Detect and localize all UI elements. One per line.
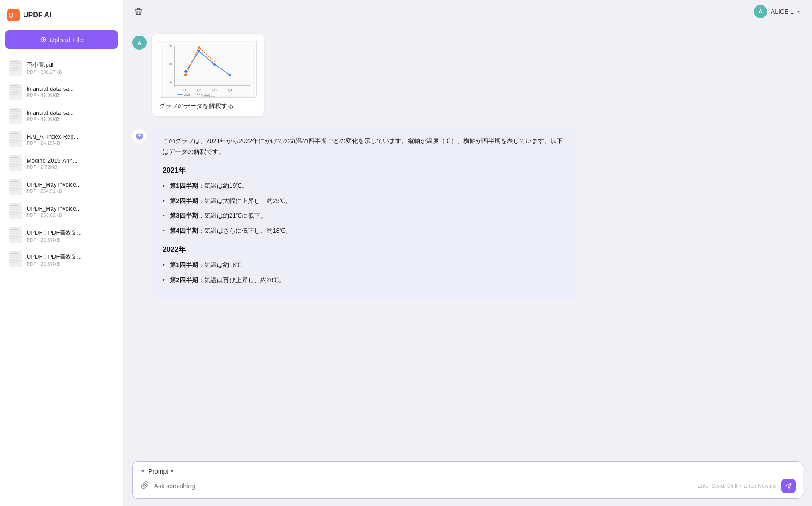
- file-item[interactable]: financial-data-sa... PDF · 46.89KB: [5, 104, 118, 127]
- ai-list-item: 第4四半期：気温はさらに低下し、約18℃。: [163, 226, 568, 236]
- delete-button[interactable]: [132, 5, 145, 18]
- svg-text:U: U: [9, 12, 13, 19]
- chart-svg: Q1 Q2 Q3 Q4 30 20 10 2021 2022: [161, 41, 255, 97]
- svg-rect-52: [10, 229, 18, 230]
- ai-list-item: 第1四半期：気温は約19℃。: [163, 181, 568, 191]
- file-name: UPDF_May invoice...: [27, 181, 81, 188]
- upload-plus-icon: ⊕: [40, 35, 47, 44]
- svg-rect-32: [10, 159, 21, 160]
- file-doc-icon: [9, 155, 22, 171]
- svg-rect-4: [10, 63, 21, 64]
- chat-area: A: [123, 23, 812, 456]
- file-doc-icon: [9, 60, 22, 76]
- svg-rect-51: [9, 227, 22, 243]
- user-message-text: グラフのデータを解釈する: [159, 102, 257, 110]
- svg-text:10: 10: [169, 80, 172, 83]
- file-name: UPDF：PDF高效文...: [27, 253, 82, 261]
- file-doc-icon: [9, 227, 22, 243]
- svg-rect-50: [10, 214, 18, 215]
- svg-point-76: [229, 74, 231, 76]
- svg-rect-47: [10, 209, 21, 210]
- svg-text:2021: 2021: [184, 93, 191, 96]
- svg-rect-8: [10, 70, 18, 71]
- ai-message: このグラフは、2021年から2022年にかけての気温の四半期ごとの変化を示してい…: [132, 127, 803, 299]
- file-info: 斉小萱.pdf PDF · 690.27KB: [27, 61, 62, 75]
- file-meta: PDF · 253.62KB: [27, 212, 81, 218]
- svg-rect-24: [10, 133, 18, 134]
- attach-button[interactable]: [140, 480, 150, 492]
- user-badge[interactable]: A ALICE 1 ▾: [750, 3, 803, 20]
- svg-rect-46: [10, 207, 21, 208]
- file-item[interactable]: UPDF：PDF高效文... PDF · 22.67MB: [5, 224, 118, 247]
- file-info: financial-data-sa... PDF · 46.89KB: [27, 85, 74, 98]
- ask-input[interactable]: [154, 482, 693, 490]
- svg-rect-20: [10, 115, 19, 116]
- svg-rect-31: [10, 157, 18, 158]
- ai-items-list: 第1四半期：気温は約19℃。第2四半期：気温は大幅に上昇し、約25℃。第3四半期…: [163, 181, 568, 236]
- svg-text:Q2: Q2: [197, 88, 201, 92]
- input-area: ✦ Prompt ▾ Enter Send; Shift + Enter New…: [123, 456, 812, 506]
- upload-label: Upload File: [49, 36, 83, 44]
- user-chevron-icon: ▾: [797, 9, 800, 14]
- svg-rect-33: [10, 161, 21, 162]
- svg-point-75: [213, 63, 216, 66]
- input-bottom-row: Enter Send; Shift + Enter Newline: [140, 479, 796, 493]
- file-item[interactable]: UPDF_May invoice... PDF · 253.62KB: [5, 200, 118, 223]
- send-button[interactable]: [781, 479, 796, 493]
- file-doc-icon: [9, 84, 22, 100]
- ai-list-item: 第3四半期：気温は約21℃に低下。: [163, 211, 568, 221]
- input-hint-text: Enter Send; Shift + Enter Newline: [697, 483, 777, 489]
- file-meta: PDF · 2.72MB: [27, 164, 77, 170]
- user-avatar: A: [754, 5, 767, 18]
- app-name: UPDF AI: [23, 11, 51, 19]
- svg-rect-63: [10, 260, 20, 261]
- svg-rect-13: [10, 91, 19, 92]
- ai-year-heading: 2022年: [163, 243, 568, 255]
- svg-text:Q1: Q1: [183, 88, 187, 92]
- svg-rect-40: [10, 185, 21, 186]
- file-item[interactable]: HAI_AI-Index-Rep... PDF · 24.15MB: [5, 128, 118, 151]
- svg-text:Q4: Q4: [228, 88, 232, 92]
- file-meta: PDF · 46.89KB: [27, 116, 74, 122]
- svg-rect-62: [10, 259, 19, 259]
- upload-file-button[interactable]: ⊕ Upload File: [5, 30, 118, 49]
- logo: U UPDF AI: [5, 7, 118, 23]
- file-item[interactable]: 斉小萱.pdf PDF · 690.27KB: [5, 56, 118, 79]
- sidebar: U UPDF AI ⊕ Upload File 斉小萱.pdf PDF · 69…: [0, 0, 123, 506]
- svg-rect-2: [9, 60, 22, 76]
- svg-rect-18: [10, 111, 21, 112]
- file-item[interactable]: financial-data-sa... PDF · 46.89KB: [5, 80, 118, 103]
- ai-list-item: 第2四半期：気温は再び上昇し、約26℃。: [163, 275, 568, 286]
- file-info: UPDF_May invoice... PDF · 254.51KB: [27, 181, 81, 194]
- file-doc-icon: [9, 108, 22, 124]
- file-name: 斉小萱.pdf: [27, 61, 62, 69]
- file-item[interactable]: UPDF_May invoice... PDF · 254.51KB: [5, 176, 118, 199]
- svg-rect-59: [10, 253, 18, 254]
- input-box: ✦ Prompt ▾ Enter Send; Shift + Enter New…: [132, 461, 803, 499]
- svg-rect-53: [10, 231, 21, 232]
- prompt-chevron-icon[interactable]: ▾: [171, 469, 173, 474]
- file-item[interactable]: UPDF：PDF高效文... PDF · 22.67MB: [5, 248, 118, 271]
- svg-text:30: 30: [169, 45, 172, 48]
- ai-list-item: 第1四半期：気温は約18℃。: [163, 260, 568, 271]
- svg-rect-7: [10, 68, 20, 69]
- svg-text:Q3: Q3: [212, 88, 216, 92]
- svg-rect-58: [9, 251, 22, 267]
- svg-rect-26: [10, 137, 21, 138]
- file-doc-icon: [9, 251, 22, 267]
- paperclip-icon: [141, 481, 149, 489]
- sparkle-icon: ✦: [140, 467, 146, 475]
- ai-bubble: このグラフは、2021年から2022年にかけての気温の四半期ごとの変化を示してい…: [152, 127, 578, 299]
- file-meta: PDF · 254.51KB: [27, 188, 81, 194]
- user-name: ALICE 1: [771, 8, 794, 15]
- file-item[interactable]: Modine-2019-Ann... PDF · 2.72MB: [5, 152, 118, 175]
- svg-rect-22: [10, 118, 18, 119]
- svg-point-77: [184, 74, 187, 76]
- file-meta: PDF · 22.67MB: [27, 237, 82, 243]
- file-name: Modine-2019-Ann...: [27, 157, 77, 164]
- file-doc-icon: [9, 203, 22, 219]
- svg-rect-29: [10, 142, 18, 143]
- svg-rect-10: [10, 85, 18, 86]
- svg-rect-65: [161, 41, 255, 97]
- svg-rect-42: [10, 188, 20, 189]
